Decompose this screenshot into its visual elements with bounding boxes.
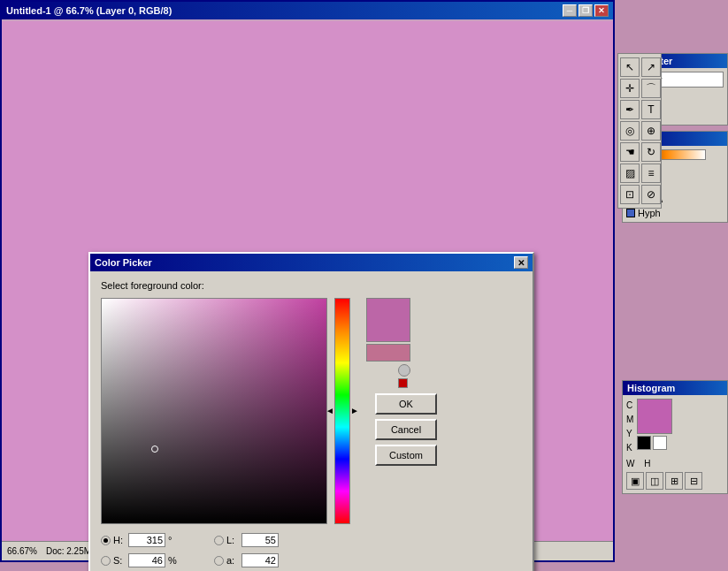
- S-unit: %: [168, 555, 179, 566]
- spectrum-area: [101, 298, 350, 524]
- a-radio[interactable]: [214, 556, 224, 566]
- hyphen-checkbox[interactable]: [626, 209, 635, 217]
- hue-cursor: [333, 411, 352, 413]
- histogram-black-box: [637, 436, 651, 450]
- histogram-wh-labels: W H: [626, 459, 724, 468]
- tool-select[interactable]: ↖: [620, 57, 640, 77]
- color-preview-old: [366, 344, 410, 362]
- tool-rotate[interactable]: ↻: [641, 142, 661, 162]
- hist-W-label: W: [626, 459, 634, 468]
- color-spectrum[interactable]: [101, 298, 327, 524]
- color-hyph-row: Hyph: [626, 208, 724, 218]
- L-radio[interactable]: [214, 536, 224, 545]
- hist-tool-1[interactable]: ▣: [626, 472, 644, 490]
- histogram-cmyk-labels: C M Y K: [626, 399, 633, 455]
- dialog-title: Color Picker: [95, 257, 152, 268]
- tool-crop[interactable]: ⊡: [620, 185, 640, 204]
- H-unit: °: [168, 535, 179, 545]
- color-picker-dialog: Color Picker ✕ Select foreground color:: [88, 252, 534, 571]
- maximize-button[interactable]: ❐: [579, 4, 593, 17]
- hyphen-label: Hyph: [638, 208, 661, 218]
- histogram-panel: Histogram C M Y K W H: [622, 380, 728, 494]
- preview-circle: [398, 364, 410, 377]
- hsb-column: H: ° S: % B: %: [101, 531, 179, 571]
- canvas-titlebar-buttons: ─ ❐ ✕: [563, 4, 609, 17]
- hist-tool-3[interactable]: ⊞: [665, 472, 683, 490]
- tool-hand[interactable]: ☚: [620, 142, 640, 162]
- lab-cmyk-column: L: a: b: C: %: [214, 531, 280, 571]
- top-section: OK Cancel Custom: [101, 298, 522, 524]
- hist-C-label: C: [626, 399, 633, 413]
- zoom-level: 66.67%: [7, 546, 37, 556]
- ok-button[interactable]: OK: [375, 393, 437, 415]
- hist-H-label: H: [644, 459, 650, 468]
- cancel-button[interactable]: Cancel: [375, 419, 437, 440]
- L-input[interactable]: [241, 533, 279, 547]
- canvas-titlebar: Untitled-1 @ 66.7% (Layer 0, RGB/8) ─ ❐ …: [2, 2, 613, 19]
- histogram-color-preview: [637, 399, 672, 434]
- hist-M-label: M: [626, 413, 633, 427]
- color-preview-new: [366, 298, 410, 342]
- tool-direct[interactable]: ↗: [641, 57, 661, 77]
- tool-move[interactable]: ✛: [620, 79, 640, 98]
- tool-eyedrop[interactable]: ◎: [620, 121, 640, 141]
- histogram-bw-boxes: [637, 436, 672, 450]
- tool-transform[interactable]: ▨: [620, 164, 640, 183]
- hist-tool-2[interactable]: ◫: [646, 472, 663, 490]
- tool-lasso[interactable]: ⌒: [641, 79, 661, 98]
- histogram-white-box: [653, 436, 667, 450]
- minimize-button[interactable]: ─: [563, 4, 577, 17]
- a-input[interactable]: [241, 553, 279, 567]
- tool-pen[interactable]: ✒: [620, 100, 640, 119]
- histogram-tools: ▣ ◫ ⊞ ⊟: [626, 472, 724, 490]
- custom-button[interactable]: Custom: [375, 445, 437, 466]
- histogram-content: C M Y K: [626, 399, 724, 455]
- S-label: S:: [113, 555, 126, 566]
- S-input[interactable]: [128, 553, 165, 567]
- dialog-subtitle: Select foreground color:: [101, 280, 522, 291]
- a-label: a:: [226, 555, 239, 566]
- dialog-buttons: OK Cancel Custom: [375, 393, 437, 466]
- tool-text[interactable]: T: [641, 100, 661, 119]
- H-radio[interactable]: [101, 536, 111, 545]
- H-input[interactable]: [128, 533, 165, 547]
- preview-and-buttons: OK Cancel Custom: [366, 298, 437, 466]
- canvas-title: Untitled-1 @ 66.7% (Layer 0, RGB/8): [6, 5, 172, 16]
- dialog-close-button[interactable]: ✕: [514, 256, 528, 269]
- tool-brush[interactable]: ⊘: [641, 185, 661, 204]
- histogram-panel-title: Histogram: [627, 383, 675, 393]
- tool-measure[interactable]: ≡: [641, 164, 661, 183]
- color-values: H: ° S: % B: %: [101, 531, 522, 571]
- hist-tool-4[interactable]: ⊟: [685, 472, 702, 490]
- L-row: L:: [214, 531, 280, 549]
- H-row: H: °: [101, 531, 179, 549]
- tool-zoom[interactable]: ⊕: [641, 121, 661, 141]
- dialog-body: Select foreground color:: [90, 271, 533, 571]
- histogram-panel-titlebar: Histogram: [623, 381, 727, 395]
- preview-icons-row: [366, 364, 410, 388]
- histogram-panel-body: C M Y K W H ▣ ◫ ⊞ ⊟: [623, 395, 727, 493]
- histogram-boxes: [637, 399, 672, 450]
- hist-Y-label: Y: [626, 427, 633, 441]
- close-button[interactable]: ✕: [594, 4, 609, 17]
- S-row: S: %: [101, 552, 179, 569]
- S-radio[interactable]: [101, 556, 111, 566]
- color-preview-area: [366, 298, 410, 388]
- a-row: a:: [214, 552, 280, 569]
- spectrum-cursor: [151, 445, 158, 453]
- preview-small-icons: [398, 364, 410, 388]
- dialog-titlebar: Color Picker ✕: [90, 254, 533, 271]
- preview-small-box: [398, 378, 408, 388]
- hist-K-label: K: [626, 441, 633, 455]
- hue-slider[interactable]: [334, 298, 350, 524]
- L-label: L:: [226, 535, 239, 545]
- tools-panel: ↖ ↗ ✛ ⌒ ✒ T ◎ ⊕ ☚ ↻ ▨ ≡ ⊡ ⊘: [617, 53, 662, 209]
- H-label: H:: [113, 535, 126, 545]
